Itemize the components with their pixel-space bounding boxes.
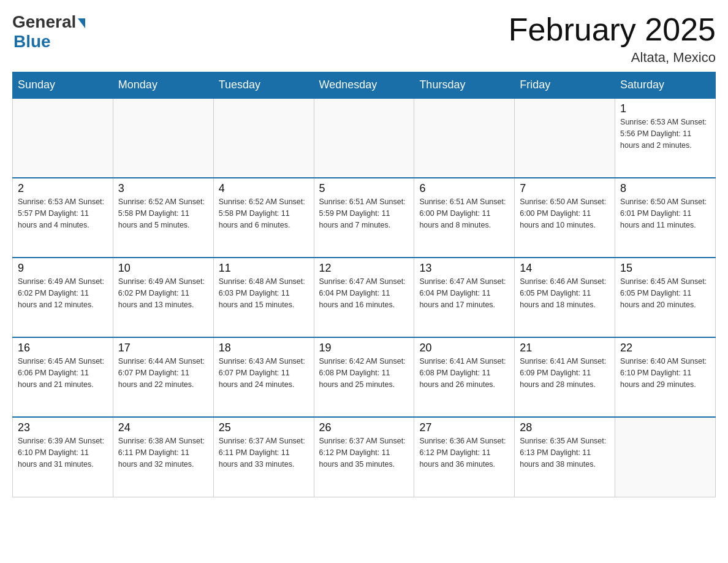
day-number: 25 bbox=[219, 421, 309, 434]
day-info: Sunrise: 6:49 AM Sunset: 6:02 PM Dayligh… bbox=[18, 276, 108, 310]
day-number: 28 bbox=[520, 421, 610, 434]
table-row: 1Sunrise: 6:53 AM Sunset: 5:56 PM Daylig… bbox=[615, 98, 716, 178]
day-info: Sunrise: 6:50 AM Sunset: 6:00 PM Dayligh… bbox=[520, 196, 610, 231]
table-row: 8Sunrise: 6:50 AM Sunset: 6:01 PM Daylig… bbox=[615, 178, 716, 258]
table-row: 16Sunrise: 6:45 AM Sunset: 6:06 PM Dayli… bbox=[13, 337, 113, 417]
table-row: 6Sunrise: 6:51 AM Sunset: 6:00 PM Daylig… bbox=[414, 178, 515, 258]
day-info: Sunrise: 6:51 AM Sunset: 5:59 PM Dayligh… bbox=[319, 196, 409, 231]
day-number: 27 bbox=[419, 421, 509, 434]
calendar-week-row: 16Sunrise: 6:45 AM Sunset: 6:06 PM Dayli… bbox=[13, 337, 716, 417]
day-number: 10 bbox=[118, 262, 208, 275]
table-row bbox=[615, 417, 716, 497]
col-monday: Monday bbox=[113, 72, 213, 99]
day-number: 18 bbox=[219, 342, 309, 354]
table-row bbox=[414, 98, 515, 178]
table-row: 26Sunrise: 6:37 AM Sunset: 6:12 PM Dayli… bbox=[314, 417, 414, 497]
col-sunday: Sunday bbox=[13, 72, 113, 99]
day-number: 9 bbox=[18, 262, 108, 275]
table-row: 12Sunrise: 6:47 AM Sunset: 6:04 PM Dayli… bbox=[314, 258, 414, 337]
col-tuesday: Tuesday bbox=[213, 72, 314, 99]
day-number: 19 bbox=[319, 342, 409, 354]
day-info: Sunrise: 6:50 AM Sunset: 6:01 PM Dayligh… bbox=[620, 196, 710, 231]
day-number: 26 bbox=[319, 421, 409, 434]
day-info: Sunrise: 6:51 AM Sunset: 6:00 PM Dayligh… bbox=[419, 196, 509, 231]
day-number: 8 bbox=[620, 182, 710, 195]
col-friday: Friday bbox=[515, 72, 615, 99]
table-row: 9Sunrise: 6:49 AM Sunset: 6:02 PM Daylig… bbox=[13, 258, 113, 337]
logo: General Blue bbox=[12, 12, 85, 52]
day-info: Sunrise: 6:37 AM Sunset: 6:11 PM Dayligh… bbox=[219, 435, 309, 470]
day-number: 1 bbox=[620, 102, 710, 115]
table-row bbox=[515, 98, 615, 178]
col-wednesday: Wednesday bbox=[314, 72, 414, 99]
table-row: 4Sunrise: 6:52 AM Sunset: 5:58 PM Daylig… bbox=[213, 178, 314, 258]
table-row: 5Sunrise: 6:51 AM Sunset: 5:59 PM Daylig… bbox=[314, 178, 414, 258]
calendar-week-row: 2Sunrise: 6:53 AM Sunset: 5:57 PM Daylig… bbox=[13, 178, 716, 258]
table-row: 3Sunrise: 6:52 AM Sunset: 5:58 PM Daylig… bbox=[113, 178, 213, 258]
day-number: 12 bbox=[319, 262, 409, 275]
day-number: 6 bbox=[419, 182, 509, 195]
col-thursday: Thursday bbox=[414, 72, 515, 99]
table-row: 10Sunrise: 6:49 AM Sunset: 6:02 PM Dayli… bbox=[113, 258, 213, 337]
month-year-title: February 2025 bbox=[509, 12, 716, 47]
day-info: Sunrise: 6:53 AM Sunset: 5:56 PM Dayligh… bbox=[620, 117, 710, 151]
col-saturday: Saturday bbox=[615, 72, 716, 99]
day-info: Sunrise: 6:41 AM Sunset: 6:09 PM Dayligh… bbox=[520, 356, 610, 390]
day-number: 4 bbox=[219, 182, 309, 195]
calendar-week-row: 1Sunrise: 6:53 AM Sunset: 5:56 PM Daylig… bbox=[13, 98, 716, 178]
day-number: 17 bbox=[118, 342, 208, 354]
day-info: Sunrise: 6:52 AM Sunset: 5:58 PM Dayligh… bbox=[219, 196, 309, 231]
calendar-week-row: 23Sunrise: 6:39 AM Sunset: 6:10 PM Dayli… bbox=[13, 417, 716, 497]
day-number: 20 bbox=[419, 342, 509, 354]
day-info: Sunrise: 6:44 AM Sunset: 6:07 PM Dayligh… bbox=[118, 356, 208, 390]
day-number: 11 bbox=[219, 262, 309, 275]
logo-chevron-icon bbox=[78, 18, 85, 28]
day-info: Sunrise: 6:47 AM Sunset: 6:04 PM Dayligh… bbox=[419, 276, 509, 310]
day-number: 24 bbox=[118, 421, 208, 434]
table-row: 23Sunrise: 6:39 AM Sunset: 6:10 PM Dayli… bbox=[13, 417, 113, 497]
day-number: 2 bbox=[18, 182, 108, 195]
table-row: 20Sunrise: 6:41 AM Sunset: 6:08 PM Dayli… bbox=[414, 337, 515, 417]
day-info: Sunrise: 6:45 AM Sunset: 6:06 PM Dayligh… bbox=[18, 356, 108, 390]
table-row: 14Sunrise: 6:46 AM Sunset: 6:05 PM Dayli… bbox=[515, 258, 615, 337]
table-row: 22Sunrise: 6:40 AM Sunset: 6:10 PM Dayli… bbox=[615, 337, 716, 417]
table-row: 27Sunrise: 6:36 AM Sunset: 6:12 PM Dayli… bbox=[414, 417, 515, 497]
day-info: Sunrise: 6:45 AM Sunset: 6:05 PM Dayligh… bbox=[620, 276, 710, 310]
day-number: 21 bbox=[520, 342, 610, 354]
table-row: 13Sunrise: 6:47 AM Sunset: 6:04 PM Dayli… bbox=[414, 258, 515, 337]
day-info: Sunrise: 6:46 AM Sunset: 6:05 PM Dayligh… bbox=[520, 276, 610, 310]
day-number: 5 bbox=[319, 182, 409, 195]
table-row: 15Sunrise: 6:45 AM Sunset: 6:05 PM Dayli… bbox=[615, 258, 716, 337]
day-info: Sunrise: 6:42 AM Sunset: 6:08 PM Dayligh… bbox=[319, 356, 409, 390]
calendar-week-row: 9Sunrise: 6:49 AM Sunset: 6:02 PM Daylig… bbox=[13, 258, 716, 337]
day-info: Sunrise: 6:39 AM Sunset: 6:10 PM Dayligh… bbox=[18, 435, 108, 470]
calendar-table: Sunday Monday Tuesday Wednesday Thursday… bbox=[12, 72, 716, 497]
day-info: Sunrise: 6:40 AM Sunset: 6:10 PM Dayligh… bbox=[620, 356, 710, 390]
day-info: Sunrise: 6:47 AM Sunset: 6:04 PM Dayligh… bbox=[319, 276, 409, 310]
day-number: 7 bbox=[520, 182, 610, 195]
day-number: 13 bbox=[419, 262, 509, 275]
day-info: Sunrise: 6:36 AM Sunset: 6:12 PM Dayligh… bbox=[419, 435, 509, 470]
day-info: Sunrise: 6:48 AM Sunset: 6:03 PM Dayligh… bbox=[219, 276, 309, 310]
table-row: 24Sunrise: 6:38 AM Sunset: 6:11 PM Dayli… bbox=[113, 417, 213, 497]
logo-blue-text: Blue bbox=[13, 32, 51, 51]
calendar-body: 1Sunrise: 6:53 AM Sunset: 5:56 PM Daylig… bbox=[13, 98, 716, 497]
day-number: 22 bbox=[620, 342, 710, 354]
table-row bbox=[13, 98, 113, 178]
page-header: General Blue February 2025 Altata, Mexic… bbox=[12, 12, 716, 66]
calendar-header-row: Sunday Monday Tuesday Wednesday Thursday… bbox=[13, 72, 716, 99]
day-info: Sunrise: 6:43 AM Sunset: 6:07 PM Dayligh… bbox=[219, 356, 309, 390]
day-info: Sunrise: 6:49 AM Sunset: 6:02 PM Dayligh… bbox=[118, 276, 208, 310]
table-row: 17Sunrise: 6:44 AM Sunset: 6:07 PM Dayli… bbox=[113, 337, 213, 417]
table-row: 28Sunrise: 6:35 AM Sunset: 6:13 PM Dayli… bbox=[515, 417, 615, 497]
table-row: 21Sunrise: 6:41 AM Sunset: 6:09 PM Dayli… bbox=[515, 337, 615, 417]
table-row: 19Sunrise: 6:42 AM Sunset: 6:08 PM Dayli… bbox=[314, 337, 414, 417]
table-row bbox=[213, 98, 314, 178]
logo-general-text: General bbox=[12, 12, 76, 32]
day-number: 23 bbox=[18, 421, 108, 434]
table-row bbox=[113, 98, 213, 178]
table-row: 25Sunrise: 6:37 AM Sunset: 6:11 PM Dayli… bbox=[213, 417, 314, 497]
day-number: 16 bbox=[18, 342, 108, 354]
table-row: 7Sunrise: 6:50 AM Sunset: 6:00 PM Daylig… bbox=[515, 178, 615, 258]
day-info: Sunrise: 6:35 AM Sunset: 6:13 PM Dayligh… bbox=[520, 435, 610, 470]
